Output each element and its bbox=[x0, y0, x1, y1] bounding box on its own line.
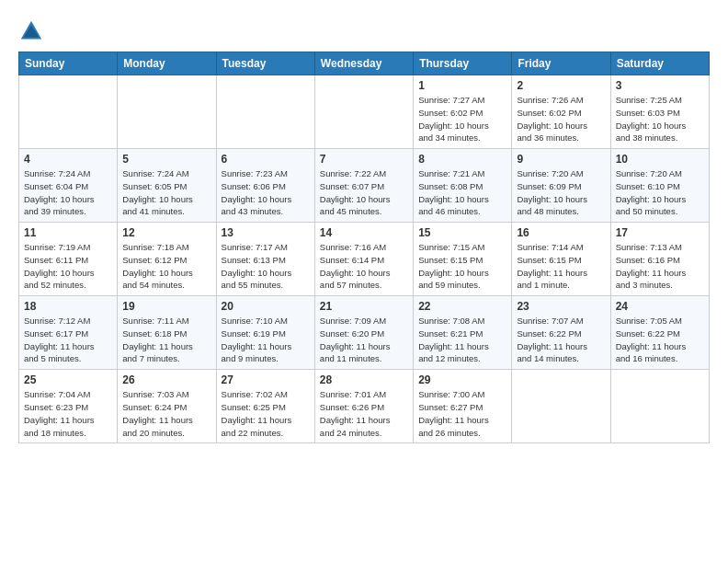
day-number: 26 bbox=[122, 373, 210, 386]
day-info: Sunrise: 7:12 AM Sunset: 6:17 PM Dayligh… bbox=[24, 315, 112, 365]
calendar-cell: 28Sunrise: 7:01 AM Sunset: 6:26 PM Dayli… bbox=[314, 370, 413, 443]
calendar-cell: 22Sunrise: 7:08 AM Sunset: 6:21 PM Dayli… bbox=[414, 296, 512, 370]
day-number: 7 bbox=[320, 153, 408, 166]
day-number: 5 bbox=[122, 153, 210, 166]
day-number: 24 bbox=[616, 300, 704, 313]
day-info: Sunrise: 7:22 AM Sunset: 6:07 PM Dayligh… bbox=[320, 167, 408, 218]
day-info: Sunrise: 7:20 AM Sunset: 6:10 PM Dayligh… bbox=[616, 167, 704, 218]
day-info: Sunrise: 7:03 AM Sunset: 6:24 PM Dayligh… bbox=[122, 388, 210, 439]
day-info: Sunrise: 7:25 AM Sunset: 6:03 PM Dayligh… bbox=[616, 94, 704, 144]
weekday-header-friday: Friday bbox=[512, 52, 610, 75]
calendar-cell: 13Sunrise: 7:17 AM Sunset: 6:13 PM Dayli… bbox=[216, 223, 314, 296]
day-info: Sunrise: 7:27 AM Sunset: 6:02 PM Dayligh… bbox=[418, 94, 506, 144]
calendar-cell: 2Sunrise: 7:26 AM Sunset: 6:02 PM Daylig… bbox=[512, 75, 610, 149]
day-info: Sunrise: 7:00 AM Sunset: 6:27 PM Dayligh… bbox=[418, 388, 506, 439]
calendar-cell: 12Sunrise: 7:18 AM Sunset: 6:12 PM Dayli… bbox=[118, 223, 216, 296]
day-info: Sunrise: 7:21 AM Sunset: 6:08 PM Dayligh… bbox=[418, 167, 506, 218]
week-row-3: 11Sunrise: 7:19 AM Sunset: 6:11 PM Dayli… bbox=[19, 223, 710, 296]
day-info: Sunrise: 7:09 AM Sunset: 6:20 PM Dayligh… bbox=[320, 315, 408, 365]
day-info: Sunrise: 7:17 AM Sunset: 6:13 PM Dayligh… bbox=[222, 241, 310, 292]
weekday-header-wednesday: Wednesday bbox=[314, 52, 413, 75]
calendar-cell bbox=[512, 370, 610, 443]
day-info: Sunrise: 7:24 AM Sunset: 6:05 PM Dayligh… bbox=[122, 167, 210, 218]
calendar-cell: 20Sunrise: 7:10 AM Sunset: 6:19 PM Dayli… bbox=[216, 296, 314, 370]
day-number: 17 bbox=[616, 226, 704, 239]
day-number: 1 bbox=[418, 79, 506, 92]
day-number: 23 bbox=[517, 300, 605, 313]
week-row-1: 1Sunrise: 7:27 AM Sunset: 6:02 PM Daylig… bbox=[19, 75, 710, 149]
weekday-header-thursday: Thursday bbox=[414, 52, 512, 75]
calendar-cell bbox=[216, 75, 314, 149]
logo-icon bbox=[18, 18, 44, 44]
header bbox=[18, 15, 710, 44]
day-number: 4 bbox=[24, 153, 112, 166]
calendar-cell: 14Sunrise: 7:16 AM Sunset: 6:14 PM Dayli… bbox=[314, 223, 413, 296]
day-number: 22 bbox=[418, 300, 506, 313]
calendar-cell: 1Sunrise: 7:27 AM Sunset: 6:02 PM Daylig… bbox=[414, 75, 512, 149]
calendar-cell: 7Sunrise: 7:22 AM Sunset: 6:07 PM Daylig… bbox=[314, 149, 413, 223]
day-info: Sunrise: 7:08 AM Sunset: 6:21 PM Dayligh… bbox=[418, 315, 506, 365]
calendar-cell: 26Sunrise: 7:03 AM Sunset: 6:24 PM Dayli… bbox=[118, 370, 216, 443]
day-number: 9 bbox=[517, 153, 605, 166]
calendar-cell bbox=[19, 75, 118, 149]
day-info: Sunrise: 7:01 AM Sunset: 6:26 PM Dayligh… bbox=[320, 388, 408, 439]
calendar-cell: 4Sunrise: 7:24 AM Sunset: 6:04 PM Daylig… bbox=[19, 149, 118, 223]
week-row-4: 18Sunrise: 7:12 AM Sunset: 6:17 PM Dayli… bbox=[19, 296, 710, 370]
day-info: Sunrise: 7:02 AM Sunset: 6:25 PM Dayligh… bbox=[222, 388, 310, 439]
day-info: Sunrise: 7:19 AM Sunset: 6:11 PM Dayligh… bbox=[24, 241, 112, 292]
day-info: Sunrise: 7:04 AM Sunset: 6:23 PM Dayligh… bbox=[24, 388, 112, 439]
calendar-cell: 19Sunrise: 7:11 AM Sunset: 6:18 PM Dayli… bbox=[118, 296, 216, 370]
day-number: 2 bbox=[517, 79, 605, 92]
day-info: Sunrise: 7:16 AM Sunset: 6:14 PM Dayligh… bbox=[320, 241, 408, 292]
day-number: 21 bbox=[320, 300, 408, 313]
calendar-cell: 3Sunrise: 7:25 AM Sunset: 6:03 PM Daylig… bbox=[610, 75, 709, 149]
day-info: Sunrise: 7:20 AM Sunset: 6:09 PM Dayligh… bbox=[517, 167, 605, 218]
day-number: 27 bbox=[222, 373, 310, 386]
day-info: Sunrise: 7:13 AM Sunset: 6:16 PM Dayligh… bbox=[616, 241, 704, 292]
calendar-cell: 8Sunrise: 7:21 AM Sunset: 6:08 PM Daylig… bbox=[414, 149, 512, 223]
calendar-cell: 17Sunrise: 7:13 AM Sunset: 6:16 PM Dayli… bbox=[610, 223, 709, 296]
calendar-cell bbox=[610, 370, 709, 443]
calendar-cell: 23Sunrise: 7:07 AM Sunset: 6:22 PM Dayli… bbox=[512, 296, 610, 370]
day-info: Sunrise: 7:23 AM Sunset: 6:06 PM Dayligh… bbox=[222, 167, 310, 218]
weekday-header-saturday: Saturday bbox=[610, 52, 709, 75]
calendar-cell: 25Sunrise: 7:04 AM Sunset: 6:23 PM Dayli… bbox=[19, 370, 118, 443]
day-number: 19 bbox=[122, 300, 210, 313]
day-number: 16 bbox=[517, 226, 605, 239]
day-number: 12 bbox=[122, 226, 210, 239]
week-row-5: 25Sunrise: 7:04 AM Sunset: 6:23 PM Dayli… bbox=[19, 370, 710, 443]
day-number: 29 bbox=[418, 373, 506, 386]
day-info: Sunrise: 7:11 AM Sunset: 6:18 PM Dayligh… bbox=[122, 315, 210, 365]
day-number: 18 bbox=[24, 300, 112, 313]
calendar-cell: 18Sunrise: 7:12 AM Sunset: 6:17 PM Dayli… bbox=[19, 296, 118, 370]
calendar-cell: 6Sunrise: 7:23 AM Sunset: 6:06 PM Daylig… bbox=[216, 149, 314, 223]
weekday-header-sunday: Sunday bbox=[19, 52, 118, 75]
day-info: Sunrise: 7:26 AM Sunset: 6:02 PM Dayligh… bbox=[517, 94, 605, 144]
day-number: 20 bbox=[222, 300, 310, 313]
calendar-cell: 11Sunrise: 7:19 AM Sunset: 6:11 PM Dayli… bbox=[19, 223, 118, 296]
day-number: 11 bbox=[24, 226, 112, 239]
day-info: Sunrise: 7:15 AM Sunset: 6:15 PM Dayligh… bbox=[418, 241, 506, 292]
calendar-cell: 9Sunrise: 7:20 AM Sunset: 6:09 PM Daylig… bbox=[512, 149, 610, 223]
weekday-header-tuesday: Tuesday bbox=[216, 52, 314, 75]
calendar-cell: 24Sunrise: 7:05 AM Sunset: 6:22 PM Dayli… bbox=[610, 296, 709, 370]
day-number: 3 bbox=[616, 79, 704, 92]
calendar-cell bbox=[314, 75, 413, 149]
day-number: 28 bbox=[320, 373, 408, 386]
day-number: 15 bbox=[418, 226, 506, 239]
weekday-header-monday: Monday bbox=[118, 52, 216, 75]
calendar-cell: 5Sunrise: 7:24 AM Sunset: 6:05 PM Daylig… bbox=[118, 149, 216, 223]
calendar-cell: 21Sunrise: 7:09 AM Sunset: 6:20 PM Dayli… bbox=[314, 296, 413, 370]
calendar-table: SundayMondayTuesdayWednesdayThursdayFrid… bbox=[18, 52, 710, 443]
day-info: Sunrise: 7:14 AM Sunset: 6:15 PM Dayligh… bbox=[517, 241, 605, 292]
week-row-2: 4Sunrise: 7:24 AM Sunset: 6:04 PM Daylig… bbox=[19, 149, 710, 223]
calendar-cell: 16Sunrise: 7:14 AM Sunset: 6:15 PM Dayli… bbox=[512, 223, 610, 296]
day-number: 6 bbox=[222, 153, 310, 166]
calendar-cell bbox=[118, 75, 216, 149]
day-info: Sunrise: 7:10 AM Sunset: 6:19 PM Dayligh… bbox=[222, 315, 310, 365]
day-info: Sunrise: 7:18 AM Sunset: 6:12 PM Dayligh… bbox=[122, 241, 210, 292]
calendar-cell: 29Sunrise: 7:00 AM Sunset: 6:27 PM Dayli… bbox=[414, 370, 512, 443]
calendar-cell: 10Sunrise: 7:20 AM Sunset: 6:10 PM Dayli… bbox=[610, 149, 709, 223]
logo bbox=[18, 18, 48, 44]
calendar-cell: 27Sunrise: 7:02 AM Sunset: 6:25 PM Dayli… bbox=[216, 370, 314, 443]
